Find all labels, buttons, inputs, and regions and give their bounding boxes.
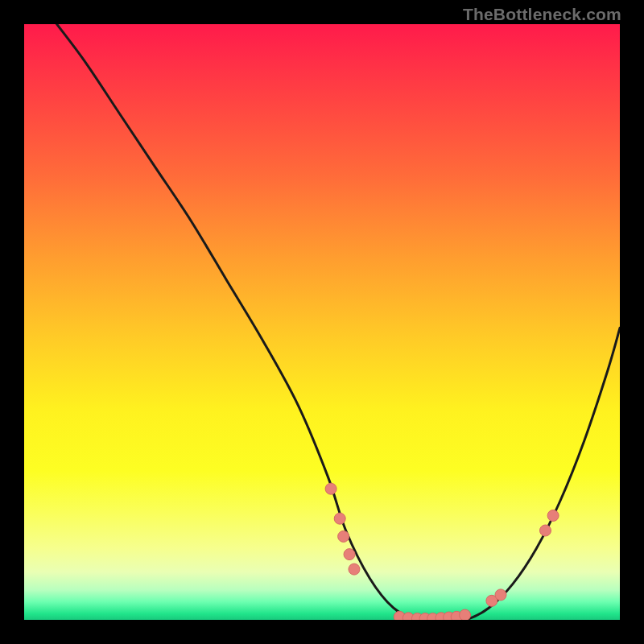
data-point	[349, 564, 360, 575]
data-point	[460, 609, 471, 620]
data-point	[540, 525, 551, 536]
data-point	[344, 549, 355, 560]
plot-area	[24, 24, 620, 620]
data-point	[325, 483, 336, 494]
data-point	[338, 530, 349, 542]
chart-stage: TheBottleneck.com	[0, 0, 644, 644]
bottleneck-curve	[24, 24, 620, 620]
chart-svg	[24, 24, 620, 620]
data-point	[334, 513, 345, 524]
data-point	[495, 589, 506, 601]
data-points	[325, 483, 559, 620]
data-point	[547, 510, 559, 522]
watermark-text: TheBottleneck.com	[463, 5, 621, 24]
